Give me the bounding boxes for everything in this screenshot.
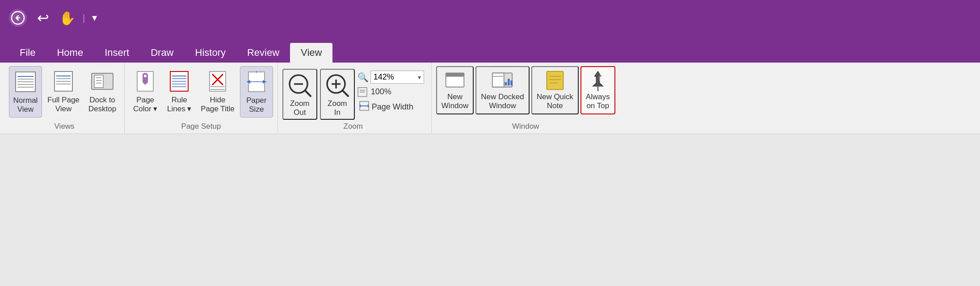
hide-page-title-button[interactable]: HidePage Title [197, 66, 238, 117]
hide-page-title-icon [205, 69, 230, 94]
normal-view-label: NormalView [13, 96, 38, 114]
full-page-view-label: Full PageView [47, 96, 80, 114]
zoom-100-label: 100% [369, 86, 393, 97]
tab-insert[interactable]: Insert [94, 43, 140, 63]
ribbon: NormalView Full PageView [0, 63, 980, 134]
full-page-view-icon [51, 69, 76, 94]
normal-view-icon [13, 69, 38, 94]
separator: | [83, 13, 85, 23]
svg-point-18 [144, 75, 147, 77]
dock-to-desktop-label: Dock toDesktop [88, 96, 116, 114]
new-docked-window-icon [492, 70, 513, 91]
svg-rect-13 [94, 75, 103, 88]
zoom-out-button[interactable]: ZoomOut [282, 69, 317, 120]
zoom-input[interactable]: 142% ▾ [370, 71, 424, 84]
svg-rect-54 [547, 72, 563, 90]
always-on-top-button[interactable]: Alwayson Top [580, 66, 615, 114]
new-window-label: NewWindow [442, 93, 468, 111]
app-container: ↩ ✋ | ▾ File Home Insert Draw History Re… [0, 0, 980, 286]
zoom-in-button[interactable]: ZoomIn [320, 69, 355, 120]
content-area [0, 134, 980, 286]
title-bar: ↩ ✋ | ▾ [0, 0, 980, 36]
paper-size-label: PaperSize [246, 96, 266, 114]
svg-rect-46 [446, 73, 464, 76]
zoom-group: ZoomOut ZoomIn [278, 63, 432, 134]
svg-rect-53 [511, 80, 513, 85]
menu-bar: File Home Insert Draw History Review Vie… [0, 36, 980, 63]
window-group-label: Window [512, 122, 539, 134]
tab-draw[interactable]: Draw [140, 43, 184, 63]
page-setup-group: PageColor ▾ RuleLines ▾ [125, 63, 278, 134]
dock-to-desktop-icon [90, 69, 115, 94]
full-page-view-button[interactable]: Full PageView [44, 66, 83, 117]
views-group-items: NormalView Full PageView [9, 66, 120, 122]
window-group: NewWindow [432, 63, 620, 134]
new-quick-note-button[interactable]: New QuickNote [531, 66, 579, 114]
zoom-out-icon [286, 72, 314, 99]
new-quick-note-icon [544, 70, 566, 91]
svg-rect-49 [492, 73, 504, 87]
zoom-out-label: ZoomOut [290, 99, 309, 117]
views-group: NormalView Full PageView [4, 63, 125, 134]
svg-line-39 [343, 91, 348, 96]
zoom-input-row: 🔍 142% ▾ [358, 71, 424, 84]
tab-file[interactable]: File [9, 43, 46, 63]
always-on-top-label: Alwayson Top [586, 93, 610, 111]
page-color-label: PageColor ▾ [133, 96, 157, 114]
dock-to-desktop-button[interactable]: Dock toDesktop [85, 66, 120, 117]
new-window-icon [444, 70, 466, 91]
new-quick-note-label: New QuickNote [537, 93, 573, 111]
views-group-label: Views [55, 122, 75, 134]
page-width-icon [359, 101, 369, 113]
rule-lines-label: RuleLines ▾ [167, 96, 191, 114]
zoom-100-icon [358, 87, 367, 97]
rule-lines-button[interactable]: RuleLines ▾ [163, 66, 195, 117]
zoom-dropdown-arrow: ▾ [418, 74, 421, 81]
zoom-100-row: 100% [358, 86, 424, 97]
tab-home[interactable]: Home [46, 43, 94, 63]
new-docked-window-button[interactable]: New DockedWindow [475, 66, 529, 114]
hide-page-title-label: HidePage Title [201, 96, 235, 114]
zoom-in-icon [324, 72, 351, 99]
tab-history[interactable]: History [185, 43, 236, 63]
page-color-button[interactable]: PageColor ▾ [129, 66, 161, 117]
page-setup-group-label: Page Setup [181, 122, 221, 134]
dropdown-arrow[interactable]: ▾ [92, 12, 97, 24]
undo-button[interactable]: ↩ [34, 9, 52, 27]
page-width-button[interactable]: Page Width [358, 100, 424, 114]
zoom-value: 142% [374, 72, 394, 82]
new-docked-window-label: New DockedWindow [481, 93, 524, 111]
tab-review[interactable]: Review [236, 43, 290, 63]
rule-lines-icon [167, 69, 192, 94]
window-group-items: NewWindow [436, 66, 615, 122]
new-window-button[interactable]: NewWindow [436, 66, 474, 114]
always-on-top-icon [587, 70, 609, 91]
zoom-group-label: Zoom [344, 122, 363, 134]
page-width-label: Page Width [372, 102, 413, 112]
paper-size-button[interactable]: PaperSize [240, 66, 273, 118]
svg-rect-52 [508, 79, 510, 85]
paper-size-icon [244, 69, 269, 94]
normal-view-button[interactable]: NormalView [9, 66, 42, 118]
svg-rect-51 [505, 82, 507, 85]
svg-line-35 [305, 91, 311, 96]
tab-view[interactable]: View [290, 43, 332, 63]
page-setup-group-items: PageColor ▾ RuleLines ▾ [129, 66, 273, 122]
zoom-controls: 🔍 142% ▾ [358, 69, 424, 114]
page-color-icon [133, 69, 158, 94]
zoom-search-icon: 🔍 [358, 72, 369, 83]
zoom-in-label: ZoomIn [328, 99, 347, 117]
touch-icon[interactable]: ✋ [59, 10, 76, 26]
back-button[interactable] [9, 9, 27, 27]
